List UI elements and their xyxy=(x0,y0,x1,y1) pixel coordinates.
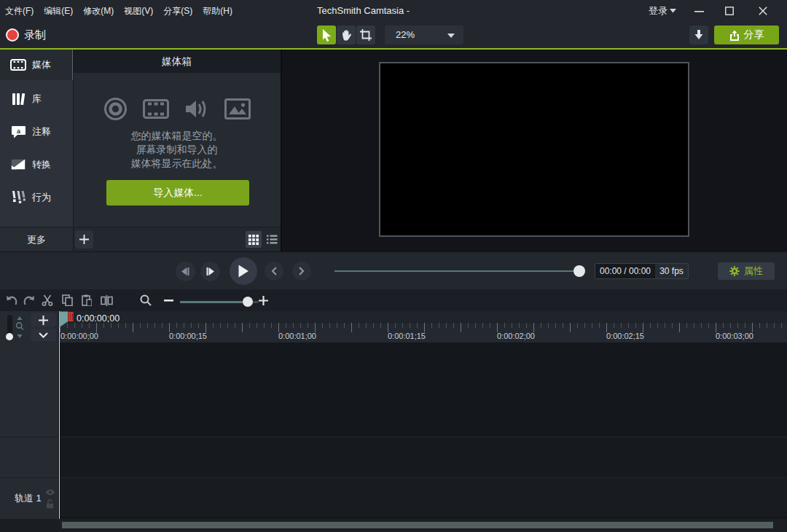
sidebar: 媒体 库 a 注释 转换 xyxy=(0,50,73,251)
ruler-tick-minor xyxy=(140,323,141,328)
toolbar: 录制 22% 分享 xyxy=(0,22,787,48)
zoom-value: 22% xyxy=(396,29,415,40)
sidebar-item-transitions[interactable]: 转换 xyxy=(0,148,73,181)
step-forward-button[interactable] xyxy=(200,262,220,281)
ruler-tick-minor xyxy=(628,323,629,328)
zoom-in-button[interactable] xyxy=(257,294,270,307)
redo-button[interactable] xyxy=(23,294,36,307)
cursor-icon xyxy=(321,29,332,42)
next-button[interactable] xyxy=(292,262,311,281)
signin-caret-icon[interactable] xyxy=(670,9,676,13)
timeline-tracks[interactable] xyxy=(59,343,787,519)
ruler-tick-minor xyxy=(730,323,731,328)
ruler-tick-minor xyxy=(541,323,541,328)
fps-display[interactable]: 30 fps xyxy=(655,263,689,279)
track1-header[interactable]: 轨道 1 xyxy=(0,477,58,517)
ruler-tick-minor xyxy=(300,323,301,328)
ruler-tick-minor xyxy=(191,323,192,328)
add-track-button[interactable] xyxy=(31,313,56,327)
zoom-select[interactable]: 22% xyxy=(385,26,463,44)
ruler-tick-major xyxy=(133,323,133,332)
menu-edit[interactable]: 编辑(E) xyxy=(39,0,78,22)
preview-canvas[interactable] xyxy=(379,62,689,237)
chevron-down-icon xyxy=(39,332,48,338)
ruler-tick-minor xyxy=(402,323,403,328)
ruler-tick-minor xyxy=(410,323,410,328)
menu-help[interactable]: 帮助(H) xyxy=(197,0,238,22)
playback-slider-track[interactable] xyxy=(334,270,584,272)
sidebar-item-behaviors[interactable]: 行为 xyxy=(0,181,73,214)
sidebar-item-annotations[interactable]: a 注释 xyxy=(0,115,73,148)
sidebar-label-annotations: 注释 xyxy=(32,125,51,138)
zoom-caret-icon xyxy=(447,34,455,38)
ruler-tick-minor xyxy=(395,323,396,328)
ruler-tick-minor xyxy=(635,323,636,328)
horizontal-scrollbar[interactable] xyxy=(62,522,773,528)
cut-button[interactable] xyxy=(41,294,54,307)
menu-file[interactable]: 文件(F) xyxy=(0,0,39,22)
menu-share[interactable]: 分享(S) xyxy=(158,0,197,22)
list-view-button[interactable] xyxy=(264,231,280,248)
track1-lane[interactable] xyxy=(59,477,787,517)
split-button[interactable] xyxy=(100,294,113,307)
playback-slider-handle[interactable] xyxy=(573,265,585,277)
previous-button[interactable] xyxy=(265,262,283,281)
step-backward-button[interactable] xyxy=(176,262,195,281)
collapse-tracks-button[interactable] xyxy=(31,329,56,341)
playhead-grip[interactable] xyxy=(68,312,74,321)
maximize-button[interactable] xyxy=(719,0,740,22)
menu-modify[interactable]: 修改(M) xyxy=(78,0,119,22)
media-empty-icons xyxy=(73,97,281,121)
grid-view-button[interactable] xyxy=(246,231,262,248)
sidebar-more-button[interactable]: 更多 xyxy=(0,227,73,251)
export-button[interactable] xyxy=(689,26,708,44)
ruler-tick-minor xyxy=(154,323,155,328)
track-visibility-icon[interactable] xyxy=(45,489,55,496)
timeline-ruler[interactable]: 0:00:00;00 0:00:00;15 0:00:01;00 0:00:01… xyxy=(59,311,787,343)
minimize-button[interactable] xyxy=(688,0,710,22)
track-lock-icon[interactable] xyxy=(46,499,54,509)
record-button[interactable]: 录制 xyxy=(6,22,46,48)
record-label: 录制 xyxy=(24,28,46,42)
sidebar-item-media[interactable]: 媒体 xyxy=(0,50,73,80)
ruler-tick-minor xyxy=(162,323,163,328)
ruler-tick-minor xyxy=(672,323,673,328)
media-empty-line3: 媒体将显示在此处。 xyxy=(73,157,281,171)
sidebar-item-library[interactable]: 库 xyxy=(0,82,73,115)
import-media-button[interactable]: 导入媒体... xyxy=(106,180,249,206)
share-label: 分享 xyxy=(744,28,764,42)
share-icon xyxy=(729,30,740,41)
timeline-zoom-handle[interactable] xyxy=(243,297,253,307)
properties-button[interactable]: 属性 xyxy=(718,262,775,280)
ruler-tick-minor xyxy=(759,323,760,328)
undo-button[interactable] xyxy=(5,294,18,307)
ruler-tick-minor xyxy=(213,323,214,328)
zoom-out-button[interactable] xyxy=(162,294,175,307)
ruler-tick-minor xyxy=(468,323,469,328)
ruler-tick-minor xyxy=(293,323,294,328)
ruler-tick-minor xyxy=(74,323,75,328)
add-media-button[interactable] xyxy=(75,230,93,249)
share-button[interactable]: 分享 xyxy=(714,26,779,44)
hand-icon xyxy=(340,29,352,42)
close-button[interactable] xyxy=(752,0,774,22)
signin-button[interactable]: 登录 xyxy=(649,0,667,22)
play-button[interactable] xyxy=(230,257,257,285)
lane-divider xyxy=(59,437,787,437)
ruler-tick-minor xyxy=(657,323,658,328)
paste-button[interactable] xyxy=(80,294,93,307)
ruler-tick-minor xyxy=(176,323,177,328)
pan-tool-button[interactable] xyxy=(337,26,356,44)
copy-button[interactable] xyxy=(60,294,74,307)
crop-tool-button[interactable] xyxy=(356,26,375,44)
ruler-tick-minor xyxy=(781,323,782,328)
timeline-toolbar xyxy=(0,289,787,311)
ruler-tick-major xyxy=(242,323,243,332)
ruler-tick-minor xyxy=(431,323,432,328)
selection-tool-button[interactable] xyxy=(317,26,336,44)
ruler-tick-minor xyxy=(614,323,614,328)
menu-view[interactable]: 视图(V) xyxy=(119,0,158,22)
ruler-tick-minor xyxy=(337,323,337,328)
track-height-knob[interactable] xyxy=(6,333,13,340)
ruler-tick-minor xyxy=(745,323,745,328)
